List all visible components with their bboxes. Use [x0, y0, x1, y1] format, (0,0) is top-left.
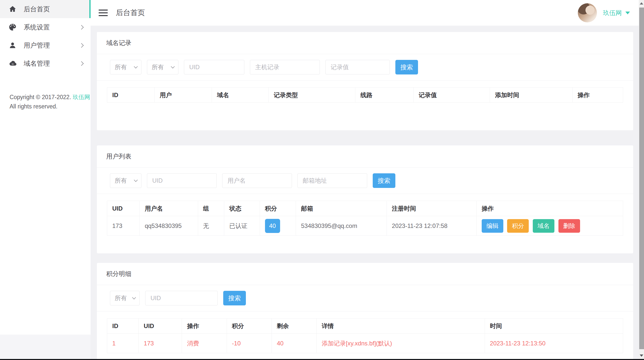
copyright: Copyright © 2017-2022. 玖伍网 All rights re…: [0, 72, 91, 111]
search-button[interactable]: 搜索: [223, 291, 246, 305]
cell-username: qq534830395: [140, 216, 198, 236]
delete-button[interactable]: 删除: [558, 219, 580, 233]
username-input[interactable]: [222, 173, 292, 188]
col-uid: UID: [139, 318, 182, 334]
cloud-icon: ∞: [9, 59, 17, 67]
search-button[interactable]: 搜索: [373, 173, 395, 188]
chevron-down-icon: [134, 64, 138, 68]
col-points: 积分: [260, 201, 296, 216]
username: 玖伍网: [603, 9, 622, 17]
caret-down-icon: [625, 12, 630, 14]
sidebar: 后台首页 系统设置 用户管理 ∞ 域名管理 Copyright © 2017-2…: [0, 0, 91, 335]
cell-uid: 173: [139, 334, 182, 353]
user-list-filters: 所有 搜索: [97, 168, 633, 194]
uid-input[interactable]: [145, 291, 218, 305]
domain-records-filters: 所有 所有 搜索: [97, 54, 633, 80]
col-uid: UID: [107, 201, 140, 216]
scrollbar[interactable]: [639, 0, 644, 359]
user-menu[interactable]: 玖伍网: [578, 3, 630, 22]
points-detail-table: ID UID 操作 积分 剩余 详情 时间 1 173 消费 -10: [107, 318, 623, 353]
host-record-input[interactable]: [250, 60, 320, 74]
cell-detail: 添加记录[xy.xdns.bf](默认): [317, 334, 485, 353]
chevron-right-icon: [79, 61, 84, 66]
copyright-text: Copyright © 2017-2022.: [10, 94, 71, 100]
domain-button[interactable]: 域名: [533, 219, 554, 233]
search-button[interactable]: 搜索: [395, 60, 418, 74]
avatar[interactable]: [578, 3, 597, 22]
user-group-select[interactable]: 所有: [110, 173, 141, 188]
card-title: 积分明细: [97, 263, 633, 285]
email-input[interactable]: [297, 173, 367, 188]
col-actions: 操作: [476, 201, 623, 216]
sidebar-item-label: 系统设置: [24, 23, 50, 32]
divider: [97, 194, 633, 194]
col-time: 时间: [485, 318, 623, 334]
empty-table-space: [107, 103, 623, 117]
sidebar-item-user-management[interactable]: 用户管理: [0, 36, 91, 54]
table-header-row: UID 用户名 组 状态 积分 邮箱 注册时间 操作: [107, 201, 623, 216]
main-content: 域名记录 所有 所有 搜索: [91, 26, 644, 360]
table-row: 1 173 消费 -10 40 添加记录[xy.xdns.bf](默认) 202…: [107, 334, 623, 353]
menu-toggle-icon[interactable]: [99, 8, 108, 18]
record-line-select[interactable]: 所有: [147, 60, 178, 74]
points-detail-card: 积分明细 所有 搜索 ID UID 操作: [97, 263, 633, 360]
copyright-rights: All rights reserved.: [10, 102, 91, 111]
chevron-right-icon: [79, 43, 84, 48]
cell-uid: 173: [107, 216, 140, 236]
chevron-down-icon: [171, 64, 175, 68]
col-id: ID: [107, 88, 155, 103]
points-button[interactable]: 积分: [507, 219, 529, 233]
user-list-table: UID 用户名 组 状态 积分 邮箱 注册时间 操作 173 qq5348303…: [107, 201, 623, 236]
page-title: 后台首页: [116, 8, 145, 18]
chevron-down-icon: [134, 178, 138, 182]
cell-reg-time: 2023-11-23 12:07:58: [387, 216, 477, 236]
svg-text:∞: ∞: [12, 62, 14, 65]
cell-remaining: 40: [272, 334, 316, 353]
user-list-card: 用户列表 所有 搜索 UID 用户名: [97, 145, 633, 253]
sidebar-item-home[interactable]: 后台首页: [0, 0, 91, 18]
sidebar-item-label: 域名管理: [24, 59, 50, 68]
col-group: 组: [198, 201, 224, 216]
cell-operation: 消费: [182, 334, 227, 353]
points-badge[interactable]: 40: [265, 219, 280, 233]
col-record-value: 记录值: [413, 88, 490, 103]
col-detail: 详情: [317, 318, 485, 334]
sidebar-item-domain-management[interactable]: ∞ 域名管理: [0, 54, 91, 72]
cell-status: 已认证: [224, 216, 260, 236]
uid-input[interactable]: [184, 60, 244, 74]
col-actions: 操作: [573, 88, 623, 103]
cell-points: 40: [260, 216, 296, 236]
scroll-down-icon[interactable]: [639, 352, 644, 359]
points-type-select[interactable]: 所有: [110, 291, 140, 305]
table-header-row: ID UID 操作 积分 剩余 详情 时间: [107, 318, 623, 334]
col-reg-time: 注册时间: [387, 201, 477, 216]
col-username: 用户名: [140, 201, 198, 216]
col-add-time: 添加时间: [490, 88, 573, 103]
edit-button[interactable]: 编辑: [482, 219, 503, 233]
card-title: 域名记录: [97, 32, 633, 54]
home-icon: [9, 5, 17, 13]
record-value-input[interactable]: [325, 60, 390, 74]
record-type-select[interactable]: 所有: [110, 60, 141, 74]
cell-id: 1: [107, 334, 139, 353]
cell-email: 534830395@qq.com: [296, 216, 387, 236]
col-operation: 操作: [182, 318, 227, 334]
user-icon: [9, 41, 17, 49]
cell-group: 无: [198, 216, 224, 236]
scroll-up-icon[interactable]: [639, 0, 644, 7]
scrollbar-thumb[interactable]: [639, 8, 644, 349]
brand-link[interactable]: 玖伍网: [73, 94, 90, 100]
sidebar-item-system-settings[interactable]: 系统设置: [0, 18, 91, 36]
table-header-row: ID 用户 域名 记录类型 线路 记录值 添加时间 操作: [107, 88, 623, 103]
domain-records-table: ID 用户 域名 记录类型 线路 记录值 添加时间 操作: [107, 87, 623, 117]
cell-points: -10: [227, 334, 272, 353]
cell-time: 2023-11-23 12:13:50: [485, 334, 623, 353]
window-bottom-edge: [0, 359, 644, 360]
col-line: 线路: [355, 88, 414, 103]
col-email: 邮箱: [296, 201, 387, 216]
domain-records-card: 域名记录 所有 所有 搜索: [97, 32, 633, 130]
uid-input[interactable]: [147, 173, 217, 188]
col-record-type: 记录类型: [269, 88, 355, 103]
palette-icon: [9, 23, 17, 31]
chevron-down-icon: [132, 295, 136, 299]
